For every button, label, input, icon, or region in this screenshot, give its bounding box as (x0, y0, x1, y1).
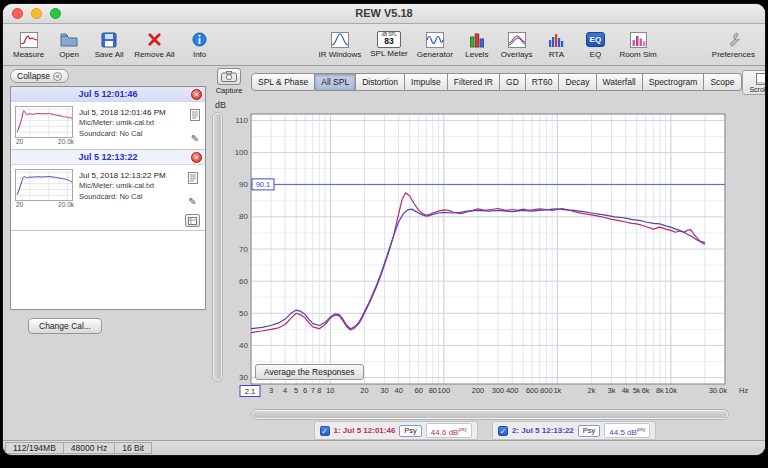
svg-text:60: 60 (414, 386, 422, 395)
edit-pencil-icon[interactable] (191, 128, 199, 146)
overlays-button[interactable]: Overlays (501, 31, 533, 59)
memory-usage: 112/194MB (5, 442, 64, 454)
content: Collapse Jul 5 12:01:46 20 20.0k (3, 66, 765, 440)
tab-waterfall[interactable]: Waterfall (597, 73, 643, 91)
svg-text:6k: 6k (642, 386, 650, 395)
svg-text:90: 90 (239, 180, 248, 189)
graph-panel: Capture dB SPL & Phase All SPL Distortio… (209, 66, 765, 440)
measurement-item-2[interactable]: Jul 5 12:13:22 20 20.0k Jul 5, 2018 (11, 150, 205, 231)
traffic-lights (12, 8, 61, 19)
svg-text:4k: 4k (622, 386, 630, 395)
horizontal-scrollbar[interactable] (251, 409, 729, 420)
toolbar-right-group: Preferences (712, 31, 755, 59)
capture-button[interactable] (217, 68, 241, 85)
tab-all-spl[interactable]: All SPL (315, 73, 356, 91)
trace-2-value: 44.5 dBpsy (604, 423, 650, 439)
svg-text:10k: 10k (665, 386, 677, 395)
svg-text:600: 600 (526, 386, 539, 395)
tab-spl-phase[interactable]: SPL & Phase (251, 73, 315, 91)
open-button[interactable]: Open (54, 31, 84, 59)
svg-text:300: 300 (492, 386, 505, 395)
measurement-2-info: Jul 5, 2018 12:13:22 PM Mic/Meter: umik-… (79, 169, 181, 227)
measurement-1-body: 20 20.0k Jul 5, 2018 12:01:46 PM Mic/Met… (11, 102, 205, 149)
svg-text:4: 4 (283, 386, 287, 395)
measurement-options-button[interactable] (185, 214, 200, 227)
levels-button[interactable]: Levels (462, 31, 492, 59)
svg-text:8k: 8k (656, 386, 664, 395)
delete-measurement-2-button[interactable] (191, 152, 202, 163)
tab-filtered-ir[interactable]: Filtered IR (448, 73, 500, 91)
vertical-scrollbar-thumb[interactable] (214, 114, 221, 380)
app-window: REW V5.18 Measure Open Save All (3, 4, 765, 455)
collapse-sidebar-button[interactable]: Collapse (10, 69, 69, 83)
svg-text:40: 40 (239, 341, 248, 350)
tab-spectrogram[interactable]: Spectrogram (643, 73, 705, 91)
measurement-2-title: Jul 5 12:13:22 (11, 152, 205, 162)
chart-area[interactable]: 3040506070809010011023456781020304060801… (225, 110, 759, 408)
minimize-window-button[interactable] (31, 8, 42, 19)
vertical-scrollbar[interactable] (212, 112, 223, 382)
y-axis-unit: dB (211, 100, 226, 110)
eq-icon: EQ (586, 31, 605, 49)
trace-2-checkbox[interactable] (498, 426, 508, 436)
measure-icon (20, 31, 38, 49)
scrollbars-button[interactable]: Scrollbars (742, 70, 765, 95)
statusbar: 112/194MB 48000 Hz 16 Bit (3, 440, 765, 455)
ir-windows-icon (331, 31, 349, 49)
average-responses-button[interactable]: Average the Responses (255, 364, 364, 380)
measurement-1-header[interactable]: Jul 5 12:01:46 (11, 87, 205, 102)
measure-button[interactable]: Measure (13, 31, 44, 59)
svg-text:400: 400 (506, 386, 519, 395)
ir-windows-button[interactable]: IR Windows (319, 31, 362, 59)
tab-rt60[interactable]: RT60 (526, 73, 560, 91)
remove-all-button[interactable]: Remove All (134, 31, 174, 59)
svg-text:3: 3 (269, 386, 273, 395)
spl-meter-button[interactable]: dB SPL 83 SPL Meter (370, 31, 408, 58)
graph-toolbar: Capture dB SPL & Phase All SPL Distortio… (211, 68, 759, 110)
preferences-button[interactable]: Preferences (712, 31, 755, 59)
measurement-2-header[interactable]: Jul 5 12:13:22 (11, 150, 205, 165)
measurement-mic: Mic/Meter: umik-cal.txt (79, 181, 181, 192)
camera-icon (221, 71, 237, 82)
tab-gd[interactable]: GD (500, 73, 526, 91)
toolbar: Measure Open Save All Remove All (3, 24, 765, 66)
close-window-button[interactable] (12, 8, 23, 19)
trace-2-psy-button[interactable]: Psy (578, 425, 601, 437)
collapse-chevron-icon (53, 72, 62, 81)
measurement-2-thumbnail: 20 20.0k (15, 169, 75, 227)
delete-measurement-1-button[interactable] (191, 89, 202, 100)
titlebar: REW V5.18 (3, 4, 765, 24)
svg-text:10: 10 (326, 386, 334, 395)
tab-impulse[interactable]: Impulse (405, 73, 448, 91)
measurement-2-body: 20 20.0k Jul 5, 2018 12:13:22 PM Mic/Met… (11, 165, 205, 230)
change-cal-button[interactable]: Change Cal... (28, 318, 102, 334)
notes-icon[interactable] (190, 107, 200, 125)
svg-text:30: 30 (239, 373, 248, 382)
info-button[interactable]: Info (185, 31, 215, 59)
edit-pencil-icon[interactable] (188, 191, 196, 209)
trace-1-checkbox[interactable] (320, 426, 330, 436)
svg-text:80: 80 (429, 386, 437, 395)
save-all-button[interactable]: Save All (94, 31, 124, 59)
capture-stack: Capture dB (211, 68, 247, 110)
measurement-timestamp: Jul 5, 2018 12:01:46 PM (79, 107, 186, 118)
svg-text:3k: 3k (608, 386, 616, 395)
tab-distortion[interactable]: Distortion (356, 73, 405, 91)
notes-icon[interactable] (188, 170, 198, 188)
info-icon (192, 31, 207, 49)
tab-decay[interactable]: Decay (559, 73, 596, 91)
horizontal-scrollbar-thumb[interactable] (253, 411, 727, 418)
zoom-window-button[interactable] (50, 8, 61, 19)
svg-text:5k: 5k (633, 386, 641, 395)
rta-button[interactable]: RTA (541, 31, 571, 59)
svg-text:2k: 2k (588, 386, 596, 395)
svg-text:800: 800 (540, 386, 553, 395)
tab-scope[interactable]: Scope (704, 73, 741, 91)
generator-button[interactable]: Generator (417, 31, 453, 59)
legend-item-2: 2: Jul 5 12:13:22 Psy 44.5 dBpsy (492, 421, 656, 441)
trace-1-psy-button[interactable]: Psy (399, 425, 422, 437)
bit-depth: 16 Bit (114, 442, 152, 454)
room-sim-button[interactable]: Room Sim (619, 31, 656, 59)
eq-button[interactable]: EQ EQ (580, 31, 610, 59)
measurement-item-1[interactable]: Jul 5 12:01:46 20 20.0k Jul 5, 2018 (11, 87, 205, 150)
